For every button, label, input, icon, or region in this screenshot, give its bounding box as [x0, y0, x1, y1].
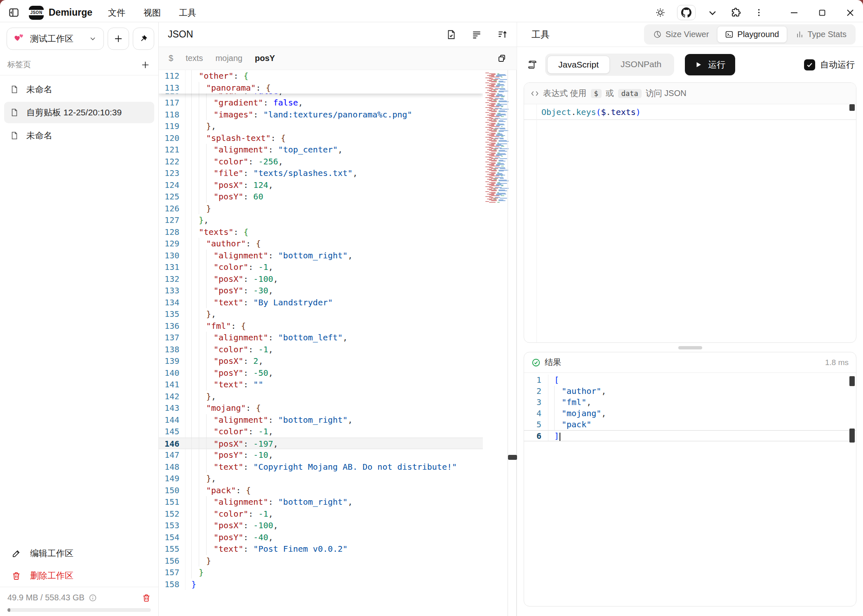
menu-file[interactable]: 文件 — [108, 7, 125, 19]
kebab-menu-icon[interactable] — [752, 7, 765, 19]
code-line[interactable]: 134"text": "By Landstryder" — [159, 297, 483, 309]
sort-keys-icon[interactable] — [497, 29, 508, 40]
code-line[interactable]: 142}, — [159, 391, 483, 403]
code-line[interactable]: 147"posY": -10, — [159, 449, 483, 461]
result-line[interactable]: 3"fml", — [524, 397, 856, 408]
extensions-puzzle-icon[interactable] — [729, 7, 742, 19]
code-line[interactable]: 121"alignment": "top_center", — [159, 144, 483, 156]
tab-item[interactable]: 未命名 — [4, 125, 154, 146]
results-resize-handle[interactable] — [678, 346, 702, 349]
expression-line[interactable]: Object.keys($.texts) — [524, 104, 856, 120]
code-line[interactable]: 139"posX": 2, — [159, 355, 483, 367]
code-line[interactable]: 122"color": -256, — [159, 156, 483, 168]
tab-jsonpath[interactable]: JSONPath — [610, 56, 672, 74]
code-line[interactable]: 148"text": "Copyright Mojang AB. Do not … — [159, 461, 483, 473]
code-line[interactable]: 156} — [159, 555, 483, 567]
code-line[interactable]: 140"posY": -50, — [159, 367, 483, 379]
code-line[interactable]: 152"color": -1, — [159, 508, 483, 520]
code-line[interactable]: 154"posY": -40, — [159, 532, 483, 543]
minimize-button[interactable] — [788, 7, 800, 19]
breadcrumb-item[interactable]: $ — [169, 54, 173, 63]
view-type-stats[interactable]: Type Stats — [788, 26, 854, 43]
clear-storage-trash-icon[interactable] — [142, 593, 151, 602]
run-button[interactable]: 运行 — [685, 54, 735, 75]
code-line[interactable]: 151"alignment": "bottom_right", — [159, 496, 483, 508]
result-line[interactable]: 1[ — [524, 375, 856, 386]
code-line[interactable]: 135}, — [159, 308, 483, 320]
code-line[interactable]: 155"text": "Post Finem v0.0.2" — [159, 543, 483, 555]
code-line[interactable]: 150"pack": { — [159, 485, 483, 497]
breadcrumb-item[interactable]: posY — [255, 54, 275, 63]
add-workspace-button[interactable] — [108, 28, 129, 50]
delete-workspace-button[interactable]: 删除工作区 — [0, 564, 158, 587]
json-code-editor[interactable]: 116"blur": false,117"gradient": false,11… — [159, 70, 483, 616]
result-line[interactable]: 6] — [524, 430, 856, 441]
minimap[interactable] — [483, 72, 508, 616]
menu-tools[interactable]: 工具 — [179, 7, 196, 19]
code-line[interactable]: 145"color": -1, — [159, 426, 483, 438]
view-playground[interactable]: Playground — [717, 26, 787, 43]
code-line[interactable]: 117"gradient": false, — [159, 97, 483, 109]
code-line[interactable]: 126} — [159, 203, 483, 215]
menu-view[interactable]: 视图 — [143, 7, 161, 19]
sidebar-toggle-icon[interactable] — [7, 7, 20, 19]
expression-editor[interactable]: 表达式 使用 $ 或 data 访问 JSON Object.keys($.te… — [524, 82, 856, 343]
code-line[interactable]: 153"posX": -100, — [159, 520, 483, 532]
code-line[interactable]: 127}, — [159, 214, 483, 226]
code-line[interactable]: 116"blur": false, — [159, 94, 483, 97]
tab-javascript[interactable]: JavaScript — [547, 56, 610, 74]
sticky-line[interactable]: 113"panorama": { — [159, 82, 483, 94]
breadcrumb-item[interactable]: mojang — [215, 54, 242, 63]
code-line[interactable]: 143"mojang": { — [159, 402, 483, 414]
github-button[interactable] — [677, 5, 696, 20]
code-line[interactable]: 120"splash-text": { — [159, 132, 483, 144]
tab-item[interactable]: 自剪贴板 12-25/20:10:39 — [4, 102, 154, 123]
code-line[interactable]: 158} — [159, 579, 483, 590]
breadcrumb-item[interactable]: texts — [186, 54, 203, 63]
copy-path-icon[interactable] — [497, 54, 507, 63]
code-line[interactable]: 138"color": -1, — [159, 344, 483, 356]
close-button[interactable] — [844, 7, 856, 19]
editor-scrollbar[interactable] — [508, 70, 517, 616]
edit-workspace-button[interactable]: 编辑工作区 — [0, 542, 158, 564]
view-size-viewer[interactable]: Size Viewer — [646, 26, 716, 43]
result-line[interactable]: 4"mojang", — [524, 408, 856, 419]
autorun-toggle[interactable]: 自动运行 — [804, 59, 855, 70]
result-line[interactable]: 5"pack" — [524, 419, 856, 430]
code-line[interactable]: 131"color": -1, — [159, 261, 483, 273]
expression-scrollbar-thumb[interactable] — [849, 104, 855, 111]
code-line[interactable]: 133"posY": -30, — [159, 285, 483, 297]
code-line[interactable]: 144"alignment": "bottom_right", — [159, 414, 483, 426]
result-scrollbar-thumb[interactable] — [849, 376, 855, 386]
chevron-down-icon[interactable] — [706, 7, 719, 19]
result-code[interactable]: 1[2"author",3"fml",4"mojang",5"pack"6] — [524, 373, 856, 441]
theme-toggle-sun-icon[interactable] — [654, 7, 666, 19]
code-line[interactable]: 149}, — [159, 473, 483, 485]
code-line[interactable]: 130"alignment": "bottom_right", — [159, 250, 483, 262]
code-line[interactable]: 119}, — [159, 120, 483, 132]
maximize-button[interactable] — [816, 7, 828, 19]
code-line[interactable]: 132"posX": -100, — [159, 273, 483, 285]
sticky-line[interactable]: 112"other": { — [159, 70, 483, 82]
validate-document-icon[interactable] — [446, 29, 456, 40]
code-line[interactable]: 123"file": "texts/splashes.txt", — [159, 167, 483, 179]
result-line[interactable]: 2"author", — [524, 386, 856, 397]
code-line[interactable]: 128"texts": { — [159, 226, 483, 238]
code-line[interactable]: 157} — [159, 567, 483, 579]
code-line[interactable]: 141"text": "" — [159, 379, 483, 391]
code-line[interactable]: 137"alignment": "bottom_left", — [159, 332, 483, 344]
code-line[interactable]: 124"posX": 124, — [159, 179, 483, 191]
info-icon[interactable] — [89, 594, 97, 602]
pin-workspace-button[interactable] — [133, 28, 154, 50]
add-tab-button[interactable] — [141, 60, 150, 70]
code-line[interactable]: 118"images": "land:textures/panorama%c.p… — [159, 109, 483, 121]
code-line[interactable]: 146"posX": -197, — [159, 438, 483, 450]
panel-splitter-handle[interactable] — [508, 455, 517, 460]
format-align-icon[interactable] — [471, 29, 482, 40]
tab-item[interactable]: 未命名 — [4, 79, 154, 100]
code-line[interactable]: 136"fml": { — [159, 320, 483, 332]
code-line[interactable]: 129"author": { — [159, 238, 483, 250]
workspace-selector[interactable]: 测试工作区 — [7, 28, 104, 50]
code-line[interactable]: 125"posY": 60 — [159, 191, 483, 203]
autorun-checkbox[interactable] — [804, 59, 815, 70]
